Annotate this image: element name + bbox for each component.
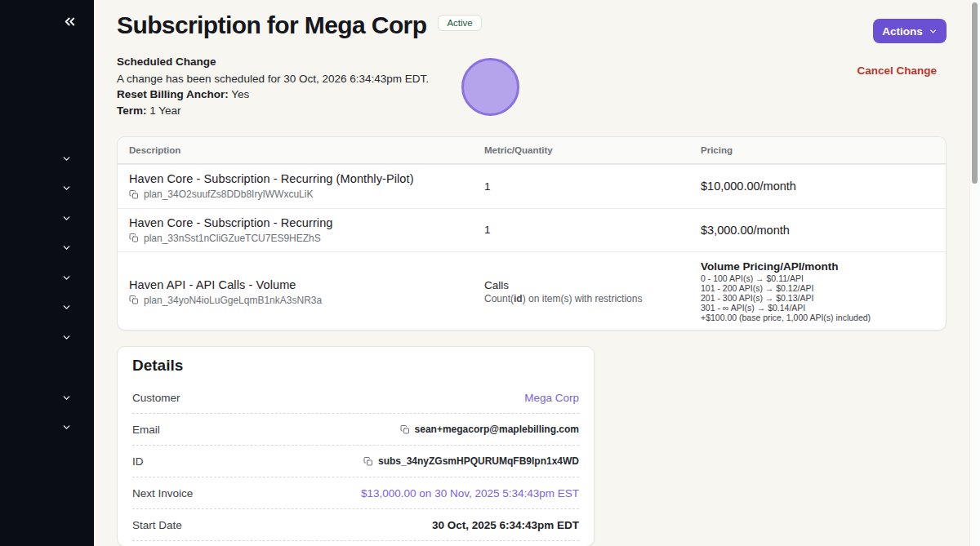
plan-id: plan_33nSst1nCliGZueTCU7ES9HEZhS — [144, 233, 321, 244]
detail-row-email: Email sean+megacorp@maplebilling.com — [132, 414, 579, 446]
pricing-model-title: Volume Pricing/API/month — [701, 260, 934, 273]
detail-row-start-date: Start Date 30 Oct, 2025 6:34:43pm EDT — [132, 509, 579, 541]
plan-quantity: 1 — [484, 224, 701, 236]
sidebar-item-6 chevron-down-icon[interactable] — [59, 300, 74, 314]
main-content: Subscription for Mega Corp Active Action… — [94, 0, 980, 546]
scrollbar-thumb[interactable] — [972, 2, 978, 184]
scheduled-change-field: Term: 1 Year — [117, 103, 476, 119]
page-title-row: Subscription for Mega Corp Active — [117, 11, 482, 39]
detail-row-customer: Customer Mega Corp — [132, 382, 579, 414]
page-title: Subscription for Mega Corp — [117, 11, 426, 39]
plan-pricing-cell: Volume Pricing/API/month 0 - 100 API(s) … — [701, 252, 934, 331]
metric-name: Calls — [484, 279, 701, 291]
vertical-scrollbar[interactable] — [969, 0, 980, 546]
plan-id-row: plan_33nSst1nCliGZueTCU7ES9HEZhS — [129, 233, 484, 244]
pricing-tier: 301 - ∞ API(s) → $0.14/API — [701, 304, 934, 313]
plan-quantity: 1 — [484, 180, 701, 193]
sidebar-item-5 chevron-down-icon[interactable] — [59, 270, 74, 285]
copy-icon[interactable] — [363, 456, 373, 467]
plan-id: plan_34yoN4ioLuGgeLqmB1nkA3sNR3a — [144, 295, 322, 306]
detail-label: ID — [132, 455, 144, 468]
detail-row-next-invoice: Next Invoice $13,000.00 on 30 Nov, 2025 … — [132, 477, 579, 509]
customer-avatar — [461, 58, 519, 116]
copy-icon[interactable] — [400, 424, 410, 435]
table-row: Haven Core - Subscription - Recurring (M… — [118, 164, 946, 208]
sidebar-item-1 chevron-down-icon[interactable] — [59, 151, 74, 166]
plans-table: Description Metric/Quantity Pricing Have… — [117, 136, 947, 331]
plan-id-row: plan_34O2suufZs8DDb8IryIWWxcuLiK — [129, 189, 484, 200]
column-header-pricing: Pricing — [701, 145, 934, 155]
sidebar-item-4 chevron-down-icon[interactable] — [59, 240, 74, 255]
table-row: Haven API - API Calls - Volume plan_34yo… — [118, 251, 946, 330]
detail-label: Customer — [132, 392, 180, 404]
sidebar-item-2 chevron-down-icon[interactable] — [59, 180, 74, 195]
field-value: 1 Year — [147, 104, 181, 117]
email-text: sean+megacorp@maplebilling.com — [415, 424, 579, 435]
plan-name: Haven API - API Calls - Volume — [129, 278, 484, 291]
plan-name: Haven Core - Subscription - Recurring (M… — [129, 172, 484, 185]
plan-description-cell: Haven Core - Subscription - Recurring (M… — [129, 172, 484, 200]
detail-label: Start Date — [132, 519, 182, 531]
column-header-description: Description — [129, 145, 484, 155]
plan-description-cell: Haven API - API Calls - Volume plan_34yo… — [129, 278, 484, 306]
sidebar-item-3 chevron-down-icon[interactable] — [59, 211, 74, 225]
detail-label: Email — [132, 424, 160, 436]
chevron-double-left-icon — [62, 14, 78, 29]
metric-aggregation-suffix: ) on item(s) with restrictions — [523, 293, 643, 304]
sidebar-item-8 chevron-down-icon[interactable] — [59, 390, 74, 405]
email-value: sean+megacorp@maplebilling.com — [400, 424, 579, 435]
chevron-down-icon — [929, 27, 938, 36]
scheduled-change-heading: Scheduled Change — [117, 54, 476, 70]
status-badge: Active — [438, 15, 481, 31]
table-row: Haven Core - Subscription - Recurring pl… — [118, 208, 946, 252]
field-value: Yes — [229, 88, 250, 100]
sidebar-collapse-button[interactable] — [62, 14, 78, 29]
copy-icon[interactable] — [129, 233, 139, 243]
start-date-value: 30 Oct, 2025 6:34:43pm EDT — [432, 519, 579, 531]
detail-row-id: ID subs_34nyZGsmHPQURUMqFB9lpn1x4WD — [132, 446, 579, 477]
scheduled-change-section: Scheduled Change A change has been sched… — [117, 54, 476, 118]
plan-description-cell: Haven Core - Subscription - Recurring pl… — [129, 216, 484, 244]
plan-pricing: $10,000.00/month — [701, 180, 934, 193]
scheduled-change-field: Reset Billing Anchor: Yes — [117, 87, 476, 103]
details-card: Details Customer Mega Corp Email sean+me… — [117, 346, 595, 546]
plan-metric-cell: Calls Count(id) on item(s) with restrict… — [484, 279, 701, 304]
plan-id: plan_34O2suufZs8DDb8IryIWWxcuLiK — [144, 189, 313, 200]
actions-button[interactable]: Actions — [873, 19, 947, 43]
field-label: Reset Billing Anchor: — [117, 88, 229, 100]
cancel-change-link[interactable]: Cancel Change — [857, 64, 937, 77]
detail-label: Next Invoice — [132, 487, 193, 499]
plan-id-row: plan_34yoN4ioLuGgeLqmB1nkA3sNR3a — [129, 295, 484, 306]
pricing-tier: +$100.00 (base price, 1,000 API(s) inclu… — [701, 313, 934, 323]
metric-aggregation-field: id — [514, 293, 523, 304]
copy-icon[interactable] — [129, 189, 139, 200]
field-label: Term: — [117, 104, 147, 117]
plans-table-header: Description Metric/Quantity Pricing — [118, 137, 946, 164]
subscription-id-value: subs_34nyZGsmHPQURUMqFB9lpn1x4WD — [363, 455, 579, 467]
customer-link[interactable]: Mega Corp — [524, 392, 579, 404]
scheduled-change-description: A change has been scheduled for 30 Oct, … — [117, 71, 476, 87]
metric-aggregation: Count(id) on item(s) with restrictions — [484, 293, 701, 304]
next-invoice-link[interactable]: $13,000.00 on 30 Nov, 2025 5:34:43pm EST — [361, 487, 579, 499]
subscription-id-text: subs_34nyZGsmHPQURUMqFB9lpn1x4WD — [378, 455, 579, 467]
copy-icon[interactable] — [129, 295, 139, 305]
details-heading: Details — [132, 357, 579, 375]
metric-aggregation-prefix: Count( — [484, 293, 514, 304]
sidebar-item-9 chevron-down-icon[interactable] — [59, 419, 74, 434]
sidebar — [0, 0, 94, 546]
plan-pricing: $3,000.00/month — [701, 224, 934, 237]
plan-name: Haven Core - Subscription - Recurring — [129, 216, 484, 229]
column-header-metric-quantity: Metric/Quantity — [484, 145, 701, 155]
actions-button-label: Actions — [882, 25, 923, 38]
pricing-tier: 201 - 300 API(s) → $0.13/API — [701, 294, 934, 304]
sidebar-item-7 chevron-down-icon[interactable] — [59, 330, 74, 344]
